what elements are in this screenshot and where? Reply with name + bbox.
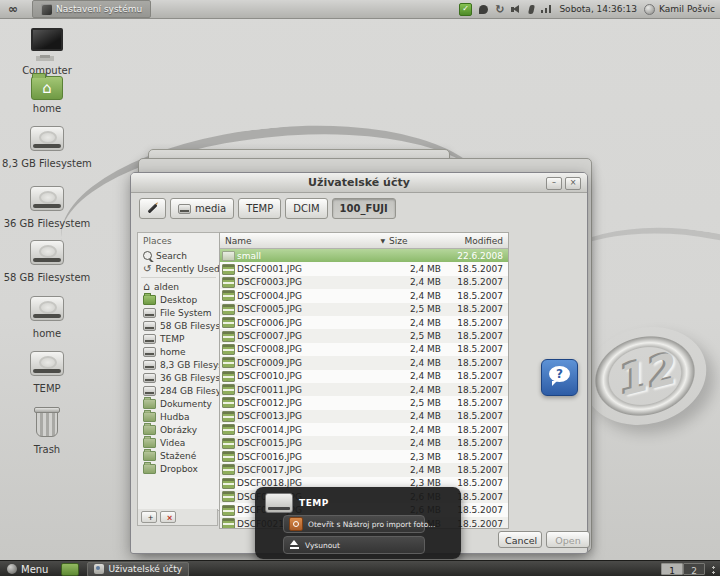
bluetooth-icon[interactable] <box>528 5 535 14</box>
shield-check-icon[interactable] <box>459 3 472 16</box>
sync-icon[interactable]: ↻ <box>495 4 504 15</box>
place-desktop[interactable]: Desktop <box>138 293 219 306</box>
system-tray: ↻ <box>459 3 552 16</box>
file-row-dscf0009-jpg[interactable]: DSCF0009.JPG2,4 MB18.5.2007 <box>220 356 508 369</box>
file-row-dscf0016-jpg[interactable]: DSCF0016.JPG2,3 MB18.5.2007 <box>220 450 508 463</box>
desktop-icon-home[interactable]: home <box>0 296 97 339</box>
file-size: 2,4 MB <box>389 344 441 354</box>
network-icon[interactable] <box>541 5 552 13</box>
column-modified[interactable]: Modified <box>441 236 508 246</box>
add-place-button[interactable]: + <box>141 511 157 523</box>
file-modified: 18.5.2007 <box>441 385 508 395</box>
desktop-icon-8-3-gb-filesystem[interactable]: 8,3 GB Filesystem <box>0 126 97 169</box>
file-list: Name ▼ Size Modified small22.6.2008DSCF0… <box>219 232 509 529</box>
desktop-icon-temp[interactable]: TEMP <box>0 351 97 394</box>
desktop-icon-label: 8,3 GB Filesystem <box>0 158 97 169</box>
desktop-icon-trash[interactable]: Trash <box>0 406 97 455</box>
file-icon-cell <box>220 397 237 408</box>
image-icon <box>222 331 235 342</box>
place-label: Dokumenty <box>160 399 212 409</box>
device-popup: TEMP Otevřít s Nástroj pro import foto..… <box>255 487 461 559</box>
workspace-1[interactable]: 1 <box>661 563 683 575</box>
taskbar-window-button[interactable]: Uživatelské účty <box>87 562 189 576</box>
file-icon-cell <box>220 518 237 529</box>
home-icon: ⌂ <box>143 282 150 292</box>
place-alden[interactable]: ⌂alden <box>138 280 219 293</box>
file-row-small[interactable]: small22.6.2008 <box>220 249 508 262</box>
place-dropbox[interactable]: Dropbox <box>138 462 219 475</box>
file-modified: 18.5.2007 <box>441 264 508 274</box>
place-hudba[interactable]: Hudba <box>138 410 219 423</box>
file-row-dscf0013-jpg[interactable]: DSCF0013.JPG2,4 MB18.5.2007 <box>220 410 508 423</box>
panel-grip[interactable] <box>712 565 715 575</box>
file-row-dscf0003-jpg[interactable]: DSCF0003.JPG2,4 MB18.5.2007 <box>220 276 508 289</box>
file-row-dscf0006-jpg[interactable]: DSCF0006.JPG2,4 MB18.5.2007 <box>220 316 508 329</box>
place-58-gb-filesyst[interactable]: 58 GB Filesyst... <box>138 319 219 332</box>
file-row-dscf0007-jpg[interactable]: DSCF0007.JPG2,5 MB18.5.2007 <box>220 329 508 342</box>
file-icon-cell <box>220 357 237 368</box>
place-temp[interactable]: TEMP <box>138 332 219 345</box>
file-row-dscf0011-jpg[interactable]: DSCF0011.JPG2,4 MB18.5.2007 <box>220 383 508 396</box>
close-button[interactable]: × <box>565 177 581 190</box>
remove-place-button[interactable]: × <box>160 511 176 523</box>
chat-icon[interactable] <box>479 5 488 14</box>
column-name[interactable]: Name <box>220 236 380 246</box>
file-row-dscf0015-jpg[interactable]: DSCF0015.JPG2,4 MB18.5.2007 <box>220 436 508 449</box>
place-36-gb-filesyst[interactable]: 36 GB Filesyst... <box>138 371 219 384</box>
path-crumb-temp[interactable]: TEMP <box>238 198 281 219</box>
place-sta-en[interactable]: Stažené <box>138 449 219 462</box>
place-videa[interactable]: Videa <box>138 436 219 449</box>
file-modified: 18.5.2007 <box>441 371 508 381</box>
file-row-dscf0004-jpg[interactable]: DSCF0004.JPG2,4 MB18.5.2007 <box>220 289 508 302</box>
workspace-2[interactable]: 2 <box>683 563 705 575</box>
place-8-3-gb-filesys[interactable]: 8,3 GB Filesys... <box>138 358 219 371</box>
menu-button[interactable]: Menu <box>0 561 55 576</box>
file-row-dscf0008-jpg[interactable]: DSCF0008.JPG2,4 MB18.5.2007 <box>220 343 508 356</box>
folder-icon <box>143 412 156 422</box>
file-icon-cell <box>220 304 237 315</box>
column-size[interactable]: Size <box>389 236 441 246</box>
file-size: 2,4 MB <box>389 318 441 328</box>
place-label: Videa <box>160 438 185 448</box>
dialog-titlebar[interactable]: Uživatelské účty – × <box>131 173 587 193</box>
file-modified: 22.6.2008 <box>441 251 508 261</box>
file-row-dscf0010-jpg[interactable]: DSCF0010.JPG2,4 MB18.5.2007 <box>220 370 508 383</box>
place-284-gb-filesy[interactable]: 284 GB Filesy... <box>138 384 219 397</box>
place-search[interactable]: Search <box>138 249 219 262</box>
desktop-icon-58-gb-filesystem[interactable]: 58 GB Filesystem <box>0 240 97 283</box>
show-desktop-button[interactable] <box>61 563 79 576</box>
user-menu[interactable]: Kamil Pošvic <box>644 4 715 15</box>
file-row-dscf0017-jpg[interactable]: DSCF0017.JPG2,4 MB18.5.2007 <box>220 463 508 476</box>
recent-icon: ↺ <box>143 264 151 274</box>
place-dokumenty[interactable]: Dokumenty <box>138 397 219 410</box>
file-row-dscf0005-jpg[interactable]: DSCF0005.JPG2,5 MB18.5.2007 <box>220 303 508 316</box>
desktop-icon-computer[interactable]: Computer <box>0 28 97 76</box>
place-home[interactable]: home <box>138 345 219 358</box>
image-icon <box>222 438 235 449</box>
desktop-icon-home[interactable]: home <box>0 76 97 114</box>
desktop-icon-label: TEMP <box>0 383 97 394</box>
hdd-icon <box>143 308 156 318</box>
desktop-icon-36-gb-filesystem[interactable]: 36 GB Filesystem <box>0 186 97 229</box>
edit-location-button[interactable] <box>139 198 166 219</box>
clock[interactable]: Sobota, 14:36:13 <box>559 4 637 14</box>
mint-logo-icon[interactable]: ∞ <box>8 0 18 18</box>
place-obr-zky[interactable]: Obrázky <box>138 423 219 436</box>
file-row-dscf0014-jpg[interactable]: DSCF0014.JPG2,4 MB18.5.2007 <box>220 423 508 436</box>
file-row-dscf0001-jpg[interactable]: DSCF0001.JPG2,4 MB18.5.2007 <box>220 262 508 275</box>
minimize-button[interactable]: – <box>546 177 562 190</box>
place-recently-used[interactable]: ↺Recently Used <box>138 262 219 275</box>
path-crumb-100-fuji[interactable]: 100_FUJI <box>332 198 396 219</box>
help-bubble-icon[interactable]: ? <box>541 359 578 396</box>
popup-action-vysunout[interactable]: Vysunout <box>283 536 425 554</box>
volume-icon[interactable] <box>511 5 522 14</box>
place-file-system[interactable]: File System <box>138 306 219 319</box>
panel-window-item[interactable]: Nastavení systému <box>32 0 151 18</box>
cancel-button[interactable]: Cancel <box>498 531 542 548</box>
path-crumb-media[interactable]: media <box>170 198 234 219</box>
path-crumb-dcim[interactable]: DCIM <box>285 198 327 219</box>
image-icon <box>222 317 235 328</box>
file-size: 2,3 MB <box>389 452 441 462</box>
popup-action-otev-t-s-n-stroj-pro-import-foto[interactable]: Otevřít s Nástroj pro import foto... <box>283 515 425 533</box>
file-row-dscf0012-jpg[interactable]: DSCF0012.JPG2,5 MB18.5.2007 <box>220 396 508 409</box>
